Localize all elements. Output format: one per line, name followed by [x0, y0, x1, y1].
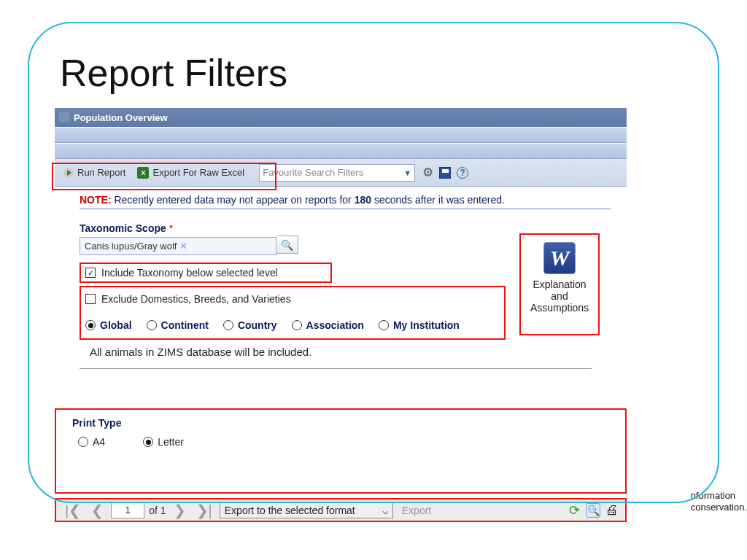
- save-icon[interactable]: [439, 167, 451, 179]
- scope-radio-label: Country: [238, 319, 277, 331]
- window-title-text: Population Overview: [74, 112, 168, 123]
- prev-page-button[interactable]: ❮: [88, 502, 107, 519]
- help-icon[interactable]: ?: [457, 167, 468, 179]
- radio-icon: [292, 320, 302, 330]
- report-toolbar: Run Report X Export For Raw Excel Favour…: [55, 159, 627, 187]
- section-divider: [80, 368, 592, 369]
- note-prefix: Recently entered data may not appear on …: [114, 194, 354, 206]
- export-button[interactable]: Export: [398, 505, 436, 516]
- excel-icon: X: [137, 167, 149, 179]
- print-radio-label: Letter: [158, 436, 184, 448]
- scope-radio-label: Association: [306, 319, 364, 331]
- run-report-button[interactable]: Run Report: [59, 165, 130, 180]
- explain-line1: Explanation: [522, 279, 597, 290]
- taxonomy-search-button[interactable]: 🔍: [276, 236, 298, 254]
- print-radio-group: A4Letter: [72, 436, 609, 448]
- export-format-text: Export to the selected format: [225, 505, 355, 516]
- first-page-button[interactable]: |❮: [62, 502, 84, 519]
- footer-line1: nformation: [691, 490, 747, 502]
- scope-radio-association[interactable]: Association: [292, 319, 364, 331]
- play-icon: [63, 168, 74, 178]
- ribbon-bar-spacer-1: [55, 127, 627, 143]
- exclude-domestics-label: Exclude Domestics, Breeds, and Varieties: [101, 293, 291, 305]
- scope-radio-label: Global: [100, 319, 132, 331]
- required-asterisk: *: [169, 222, 173, 234]
- radio-icon: [147, 320, 157, 330]
- highlight-scope-options: Exclude Domestics, Breeds, and Varieties…: [80, 286, 506, 340]
- note-seconds: 180: [355, 194, 371, 206]
- scope-info-text: All animals in ZIMS database will be inc…: [80, 340, 611, 368]
- note-suffix: seconds after it was entered.: [371, 194, 505, 206]
- print-radio-a4[interactable]: A4: [78, 436, 105, 448]
- footer-fragment: nformation conservation.: [691, 490, 747, 514]
- word-document-icon: W: [543, 242, 576, 274]
- include-taxonomy-checkbox[interactable]: [85, 268, 96, 278]
- taxonomic-value-input[interactable]: Canis lupus/Gray wolf ✕: [80, 237, 276, 255]
- window-titlebar: Population Overview: [55, 108, 627, 127]
- scope-radio-my-institution[interactable]: My Institution: [379, 319, 460, 331]
- export-excel-label: Export For Raw Excel: [152, 167, 244, 178]
- scope-radio-global[interactable]: Global: [85, 319, 132, 331]
- run-report-label: Run Report: [77, 167, 125, 178]
- note-tag: NOTE:: [80, 194, 112, 206]
- export-format-select[interactable]: Export to the selected format ⌵: [220, 502, 393, 518]
- print-radio-label: A4: [93, 436, 105, 448]
- taxonomic-value-text: Canis lupus/Gray wolf: [85, 241, 177, 252]
- print-section-label: Print Type: [72, 417, 609, 429]
- radio-icon: [85, 320, 96, 330]
- export-excel-button[interactable]: X Export For Raw Excel: [133, 165, 249, 181]
- radio-icon: [223, 320, 233, 330]
- chevron-down-icon: ⌵: [382, 505, 388, 516]
- chevron-down-icon: ▼: [403, 168, 411, 177]
- favourite-filters-select[interactable]: Favourite Search Filters ▼: [259, 164, 415, 182]
- highlight-include-taxonomy: Include Taxonomy below selected level: [80, 262, 332, 283]
- report-viewer-toolbar: |❮ ❮ 1 of 1 ❯ ❯| Export to the selected …: [55, 498, 627, 522]
- search-icon: 🔍: [281, 239, 293, 251]
- tax-section-label: Taxonomic Scope: [80, 222, 166, 234]
- view-icon[interactable]: 🔍: [586, 503, 600, 518]
- explain-line3: Assumptions: [522, 302, 597, 314]
- favourite-filters-placeholder: Favourite Search Filters: [263, 167, 363, 178]
- last-page-button[interactable]: ❯|: [193, 502, 215, 519]
- page-title: Report Filters: [60, 51, 295, 95]
- note-line: NOTE: Recently entered data may not appe…: [80, 194, 611, 209]
- clear-taxonomy-icon[interactable]: ✕: [179, 241, 187, 252]
- print-radio-letter[interactable]: Letter: [143, 436, 184, 448]
- explanation-link-box[interactable]: W Explanation and Assumptions: [519, 233, 600, 335]
- footer-line2: conservation.: [691, 502, 747, 513]
- exclude-domestics-checkbox[interactable]: [85, 294, 96, 304]
- scope-radio-label: My Institution: [393, 319, 460, 331]
- refresh-icon[interactable]: ⟳: [567, 503, 581, 518]
- radio-icon: [143, 437, 153, 447]
- scope-radio-label: Continent: [161, 319, 209, 331]
- ribbon-bar-spacer-2: [55, 143, 627, 159]
- gear-icon[interactable]: ⚙: [422, 165, 433, 180]
- scope-radio-continent[interactable]: Continent: [147, 319, 209, 331]
- radio-icon: [379, 320, 389, 330]
- window-icon: [59, 112, 69, 122]
- explain-line2: and: [522, 290, 597, 302]
- include-taxonomy-label: Include Taxonomy below selected level: [101, 267, 278, 279]
- radio-icon: [78, 437, 88, 447]
- highlight-print-type: Print Type A4Letter: [55, 408, 627, 494]
- scope-radio-country[interactable]: Country: [223, 319, 277, 331]
- page-number-input[interactable]: 1: [111, 502, 144, 518]
- next-page-button[interactable]: ❯: [171, 502, 189, 519]
- page-of-label: of 1: [149, 505, 166, 516]
- printer-icon[interactable]: 🖨: [605, 503, 619, 518]
- scope-radio-group: GlobalContinentCountryAssociationMy Inst…: [85, 319, 500, 331]
